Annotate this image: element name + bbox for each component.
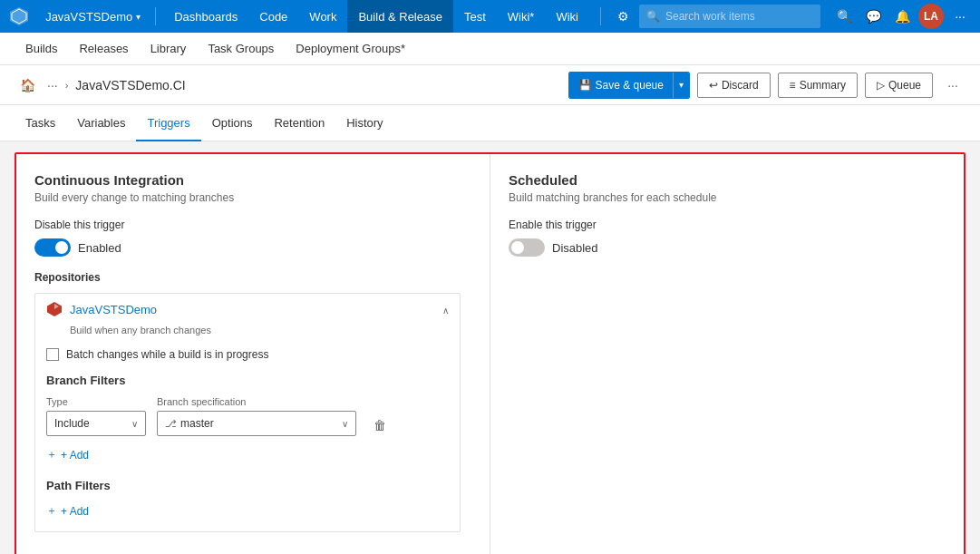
top-nav-links: Dashboards Code Work Build & Release Tes…: [163, 0, 589, 33]
branch-filters-label: Branch Filters: [46, 374, 449, 387]
breadcrumb-title: JavaVSTSDemo.CI: [75, 78, 185, 92]
repo-subtitle-text: Build when any branch changes: [35, 325, 460, 341]
nav-test[interactable]: Test: [453, 0, 497, 33]
add-path-filter[interactable]: ＋ + Add: [46, 501, 449, 520]
ci-subtitle: Build every change to matching branches: [34, 191, 471, 204]
path-filters-label: Path Filters: [46, 479, 449, 492]
scheduled-subtitle: Build matching branches for each schedul…: [509, 191, 946, 204]
tab-history[interactable]: History: [335, 105, 393, 141]
type-select[interactable]: Include: [46, 411, 146, 436]
batch-changes-row: Batch changes while a build is in progre…: [46, 348, 449, 361]
nav-wiki-star[interactable]: Wiki*: [497, 0, 546, 33]
save-icon: 💾: [578, 79, 592, 92]
enable-trigger-label: Enable this trigger: [509, 219, 946, 231]
discard-button[interactable]: ↩ Discard: [697, 73, 771, 98]
logo[interactable]: [7, 4, 31, 29]
branch-col: Branch specification ⎇ master: [157, 396, 356, 436]
triggers-container: Continuous Integration Build every chang…: [15, 152, 965, 554]
project-name[interactable]: JavaVSTSDemo ▾: [38, 0, 148, 33]
repo-card-header: JavaVSTSDemo: [35, 294, 460, 325]
sub-nav-deployment-groups[interactable]: Deployment Groups*: [285, 33, 416, 65]
scheduled-toggle[interactable]: [509, 238, 545, 257]
breadcrumb-dots[interactable]: ···: [47, 78, 58, 92]
save-queue-main[interactable]: 💾 Save & queue: [569, 73, 673, 98]
save-queue-button[interactable]: 💾 Save & queue ▾: [568, 72, 690, 99]
search-icon: 🔍: [646, 10, 660, 23]
path-filters-section: Path Filters ＋ + Add: [46, 479, 449, 520]
home-icon[interactable]: 🏠: [15, 73, 40, 98]
repo-icon: [46, 301, 63, 317]
top-nav: JavaVSTSDemo ▾ Dashboards Code Work Buil…: [0, 0, 980, 33]
scheduled-toggle-label: Disabled: [552, 241, 598, 255]
breadcrumb-actions: 💾 Save & queue ▾ ↩ Discard ≡ Summary ▷ Q…: [568, 72, 965, 99]
repositories-label: Repositories: [34, 271, 471, 284]
save-queue-dropdown[interactable]: ▾: [673, 73, 689, 98]
ci-title: Continuous Integration: [34, 172, 471, 188]
nav-work[interactable]: Work: [298, 0, 347, 33]
repo-card: JavaVSTSDemo Build when any branch chang…: [34, 293, 461, 532]
type-col: Type Include: [46, 396, 146, 436]
tab-variables[interactable]: Variables: [66, 105, 136, 141]
repo-body: Batch changes while a build is in progre…: [35, 341, 460, 531]
tab-triggers[interactable]: Triggers: [136, 105, 200, 141]
sub-nav: Builds Releases Library Task Groups Depl…: [0, 33, 980, 65]
branch-icon: ⎇: [165, 418, 177, 430]
project-dropdown-icon: ▾: [136, 12, 141, 22]
bell-icon[interactable]: 🔔: [889, 4, 915, 29]
scheduled-title: Scheduled: [509, 172, 946, 188]
nav-build-release[interactable]: Build & Release: [347, 0, 453, 33]
disable-trigger-label: Disable this trigger: [34, 219, 471, 231]
type-label: Type: [46, 396, 146, 407]
nav-code[interactable]: Code: [248, 0, 298, 33]
repo-name[interactable]: JavaVSTSDemo: [70, 303, 435, 316]
tabs-bar: Tasks Variables Triggers Options Retenti…: [0, 105, 980, 141]
ci-toggle-thumb: [55, 241, 68, 254]
sub-nav-library[interactable]: Library: [140, 33, 198, 65]
ci-panel: Continuous Integration Build every chang…: [16, 154, 490, 554]
more-actions-icon[interactable]: ···: [940, 73, 965, 98]
sub-nav-builds[interactable]: Builds: [15, 33, 68, 65]
avatar[interactable]: LA: [918, 4, 944, 29]
summary-button[interactable]: ≡ Summary: [778, 73, 858, 98]
tab-tasks[interactable]: Tasks: [15, 105, 66, 141]
search-nav-icon[interactable]: 🔍: [831, 4, 857, 29]
summary-icon: ≡: [790, 79, 796, 92]
branch-spec-label: Branch specification: [157, 396, 356, 407]
branch-select[interactable]: ⎇ master: [157, 411, 356, 436]
add-branch-icon: ＋: [46, 447, 57, 462]
type-dropdown-icon: [131, 417, 138, 430]
top-nav-divider2: [600, 7, 601, 25]
branch-dropdown-icon: [342, 417, 348, 430]
main-content: Continuous Integration Build every chang…: [0, 141, 980, 554]
repo-collapse-icon[interactable]: [442, 303, 449, 316]
breadcrumb-bar: 🏠 ··· › JavaVSTSDemo.CI 💾 Save & queue ▾…: [0, 65, 980, 105]
scheduled-toggle-thumb: [511, 241, 524, 254]
settings-icon[interactable]: ⚙: [612, 4, 636, 29]
batch-changes-label: Batch changes while a build is in progre…: [66, 348, 268, 361]
queue-button[interactable]: ▷ Queue: [865, 73, 933, 98]
add-branch-filter[interactable]: ＋ + Add: [46, 445, 449, 464]
nav-dashboards[interactable]: Dashboards: [163, 0, 248, 33]
ci-toggle[interactable]: [34, 238, 71, 257]
sub-nav-task-groups[interactable]: Task Groups: [197, 33, 285, 65]
ci-toggle-row: Enabled: [34, 238, 471, 257]
search-box[interactable]: 🔍 Search work items: [639, 5, 820, 28]
nav-wiki[interactable]: Wiki: [545, 0, 589, 33]
nav-divider: [155, 7, 156, 25]
filter-header-row: Type Include Branch specification ⎇ mast…: [46, 396, 449, 438]
add-path-icon: ＋: [46, 503, 57, 519]
queue-icon: ▷: [877, 79, 885, 92]
chat-icon[interactable]: 💬: [860, 4, 886, 29]
tab-retention[interactable]: Retention: [263, 105, 335, 141]
delete-filter-btn[interactable]: 🗑: [367, 413, 393, 438]
sub-nav-releases[interactable]: Releases: [68, 33, 139, 65]
top-nav-icons: 🔍 💬 🔔 LA ···: [831, 4, 973, 29]
discard-icon: ↩: [709, 79, 718, 92]
breadcrumb-separator: ›: [65, 80, 69, 91]
scheduled-toggle-row: Disabled: [509, 238, 946, 257]
batch-changes-checkbox[interactable]: [46, 348, 59, 361]
tab-options[interactable]: Options: [201, 105, 264, 141]
more-icon[interactable]: ···: [947, 4, 973, 29]
scheduled-panel: Scheduled Build matching branches for ea…: [490, 154, 964, 554]
ci-toggle-label: Enabled: [78, 241, 121, 255]
